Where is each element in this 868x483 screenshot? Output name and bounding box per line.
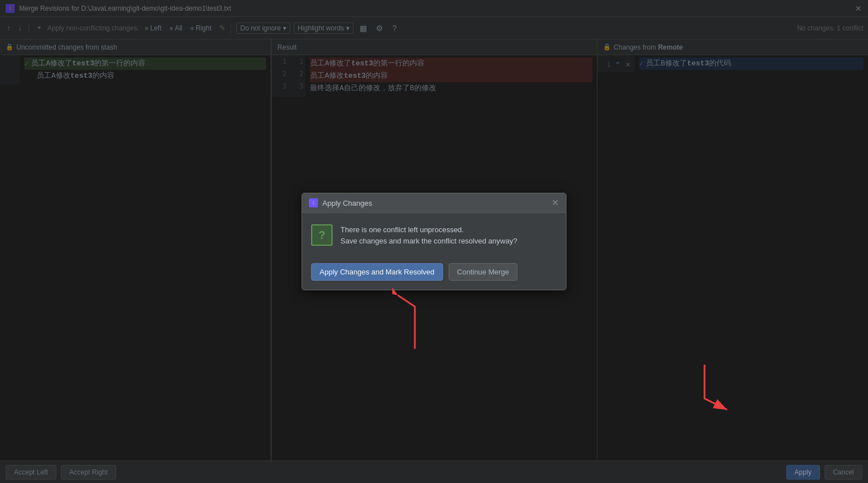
bottom-arrow xyxy=(671,359,738,415)
apply-changes-modal: I Apply Changes ✕ ? There is one conflic… xyxy=(302,193,566,290)
up-arrow xyxy=(392,284,437,352)
modal-overlay: I Apply Changes ✕ ? There is one conflic… xyxy=(0,0,868,483)
modal-question-icon: ? xyxy=(311,224,333,246)
modal-close-button[interactable]: ✕ xyxy=(552,198,559,208)
modal-title-bar: I Apply Changes ✕ xyxy=(302,193,566,213)
apply-changes-mark-resolved-button[interactable]: Apply Changes and Mark Resolved xyxy=(311,263,443,281)
modal-body: ? There is one conflict left unprocessed… xyxy=(302,213,566,258)
modal-message: There is one conflict left unprocessed. … xyxy=(340,224,517,246)
continue-merge-button[interactable]: Continue Merge xyxy=(449,263,518,281)
modal-footer: Apply Changes and Mark Resolved Continue… xyxy=(302,258,566,290)
modal-title: Apply Changes xyxy=(322,199,552,207)
modal-app-icon: I xyxy=(309,198,318,207)
